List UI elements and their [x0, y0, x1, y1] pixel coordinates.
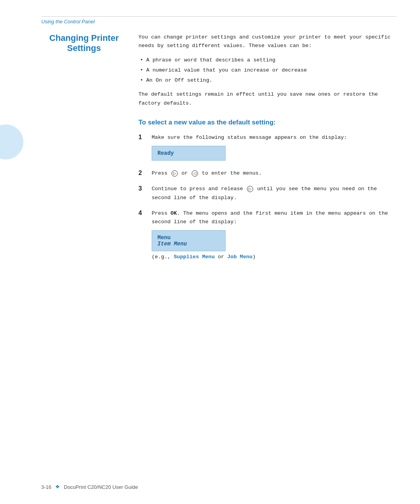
step-2-row: 2 Press ▷ or ◁ to enter the menus. — [138, 169, 397, 178]
step-4-text: Press OK. The menu opens and the first m… — [152, 209, 397, 227]
supplies-menu-link: Supplies Menu — [174, 254, 215, 260]
footer-diamond: ❖ — [55, 484, 60, 490]
default-paragraph: The default settings remain in effect un… — [138, 90, 397, 108]
step-3-row: 3 Continue to press and release ▷ until … — [138, 185, 397, 202]
section-title-col: Changing Printer Settings — [41, 33, 127, 269]
sub-heading: To select a new value as the default set… — [138, 119, 397, 126]
left-arrow-button-icon: ◁ — [192, 170, 198, 177]
step-4-display-box: Menu Item Menu — [152, 230, 226, 251]
step-1-display-line-1: Ready — [158, 150, 220, 156]
step-4-display-line-2: Item Menu — [158, 241, 220, 247]
step-4-content: Press OK. The menu opens and the first m… — [152, 209, 397, 262]
section-header-row: Changing Printer Settings You can change… — [41, 33, 397, 269]
step-3-number: 3 — [138, 185, 146, 192]
section-body-col: You can change printer settings and cust… — [138, 33, 397, 269]
breadcrumb: Using the Control Panel — [41, 19, 94, 24]
top-rule — [41, 16, 397, 17]
page: Using the Control Panel Changing Printer… — [0, 0, 420, 504]
step-1-text: Make sure the following status message a… — [152, 133, 397, 142]
bullet-item-2: A numerical value that you can increase … — [138, 66, 397, 75]
bullet-list: A phrase or word that describes a settin… — [138, 56, 397, 85]
intro-paragraph: You can change printer settings and cust… — [138, 33, 397, 51]
step-2-number: 2 — [138, 169, 146, 177]
steps-area: 1 Make sure the following status message… — [138, 133, 397, 262]
job-menu-link: Job Menu — [227, 254, 252, 260]
footer: 3-16 ❖ DocuPrint C20/NC20 User Guide — [41, 484, 397, 490]
step-1-row: 1 Make sure the following status message… — [138, 133, 397, 162]
step-1-display-box: Ready — [152, 146, 226, 161]
step-4-ok-word: OK — [171, 210, 177, 216]
step-3-text: Continue to press and release ▷ until yo… — [152, 185, 397, 202]
step-3-content: Continue to press and release ▷ until yo… — [152, 185, 397, 202]
step-1-number: 1 — [138, 133, 146, 141]
step-4-number: 4 — [138, 209, 146, 217]
step-4-example: (e.g., Supplies Menu or Job Menu) — [152, 253, 397, 261]
step-1-content: Make sure the following status message a… — [152, 133, 397, 162]
footer-doc-title: DocuPrint C20/NC20 User Guide — [64, 484, 138, 490]
step-2-content: Press ▷ or ◁ to enter the menus. — [152, 169, 397, 178]
step3-arrow-button-icon: ▷ — [247, 186, 253, 192]
content-area: Changing Printer Settings You can change… — [41, 33, 397, 269]
footer-page-ref: 3-16 — [41, 484, 51, 490]
decorative-circle — [0, 124, 23, 159]
bullet-item-1: A phrase or word that describes a settin… — [138, 56, 397, 65]
right-arrow-button-icon: ▷ — [172, 170, 178, 177]
step-4-row: 4 Press OK. The menu opens and the first… — [138, 209, 397, 262]
bullet-item-3: An On or Off setting. — [138, 76, 397, 85]
step-2-text: Press ▷ or ◁ to enter the menus. — [152, 169, 397, 178]
step-4-display-line-1: Menu — [158, 234, 220, 241]
section-title: Changing Printer Settings — [41, 33, 127, 54]
